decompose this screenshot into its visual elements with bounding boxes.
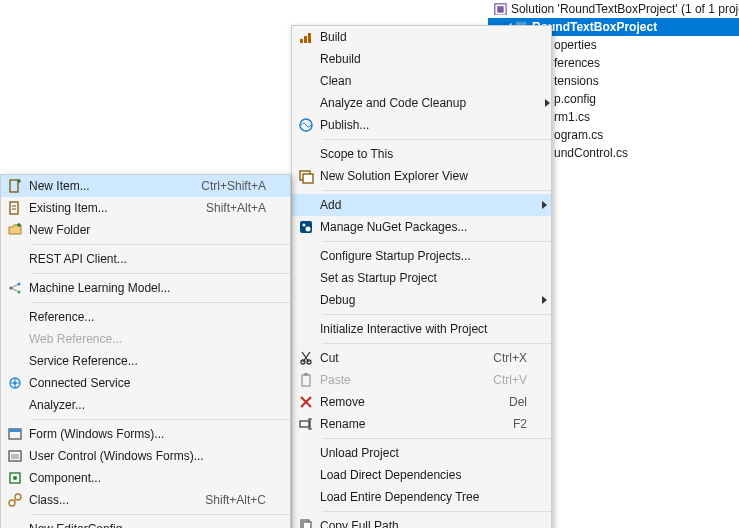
add-submenu-item[interactable]: New EditorConfig (1, 518, 290, 528)
context-menu-item[interactable]: New Solution Explorer View (292, 165, 551, 187)
context-menu-item[interactable]: Configure Startup Projects... (292, 245, 551, 267)
svg-point-11 (303, 224, 306, 227)
add-submenu-item[interactable]: Connected Service (1, 372, 290, 394)
ml-icon (1, 280, 29, 296)
menu-item-shortcut: Shift+Alt+C (205, 493, 276, 507)
solution-explorer-item-label: p.config (554, 92, 596, 106)
add-submenu-item[interactable]: Machine Learning Model... (1, 277, 290, 299)
add-submenu-item[interactable]: User Control (Windows Forms)... (1, 445, 290, 467)
menu-item-label: Paste (320, 373, 473, 387)
menu-item-label: Form (Windows Forms)... (29, 427, 212, 441)
menu-item-label: New Solution Explorer View (320, 169, 478, 183)
context-menu-item[interactable]: Build (292, 26, 551, 48)
add-submenu-item[interactable]: Component... (1, 467, 290, 489)
menu-item-shortcut: Ctrl+X (473, 351, 537, 365)
menu-item-label: Add (320, 198, 473, 212)
solution-explorer-item-label: rm1.cs (554, 110, 590, 124)
context-menu-item[interactable]: Set as Startup Project (292, 267, 551, 289)
context-menu-item[interactable]: Copy Full Path (292, 515, 551, 528)
context-menu-item[interactable]: Initialize Interactive with Project (292, 318, 551, 340)
add-submenu-item[interactable]: Service Reference... (1, 350, 290, 372)
solution-explorer-item-label: ferences (554, 56, 600, 70)
solution-explorer-item-label: ogram.cs (554, 128, 603, 142)
usercontrol-icon (1, 448, 29, 464)
svg-point-12 (306, 227, 311, 232)
menu-item-label: Existing Item... (29, 201, 206, 215)
context-menu-item[interactable]: Load Entire Dependency Tree (292, 486, 551, 508)
menu-separator (31, 514, 290, 515)
menu-item-shortcut: Del (473, 395, 537, 409)
class-icon (1, 492, 29, 508)
solution-node[interactable]: Solution 'RoundTextBoxProject' (1 of 1 p… (488, 0, 739, 18)
add-submenu: New Item...Ctrl+Shift+AExisting Item...S… (0, 174, 291, 528)
context-menu-item[interactable]: RemoveDel (292, 391, 551, 413)
svg-rect-6 (308, 33, 311, 43)
context-menu-item[interactable]: Scope to This (292, 143, 551, 165)
menu-separator (31, 419, 290, 420)
menu-separator (322, 190, 551, 191)
add-submenu-item[interactable]: REST API Client... (1, 248, 290, 270)
publish-icon (292, 117, 320, 133)
add-submenu-item[interactable]: New Folder (1, 219, 290, 241)
add-submenu-item[interactable]: Analyzer... (1, 394, 290, 416)
svg-point-34 (13, 476, 17, 480)
svg-rect-19 (303, 522, 311, 528)
context-menu-item: PasteCtrl+V (292, 369, 551, 391)
connected-icon (1, 375, 29, 391)
menu-item-label: New EditorConfig (29, 522, 212, 528)
svg-rect-30 (9, 429, 21, 432)
existing-item-icon (1, 200, 29, 216)
menu-item-label: Rebuild (320, 52, 473, 66)
solution-label: Solution 'RoundTextBoxProject' (1 of 1 p… (511, 2, 739, 16)
copy-path-icon (292, 518, 320, 528)
menu-item-label: Web Reference... (29, 332, 212, 346)
context-menu-item[interactable]: Analyze and Code Cleanup (292, 92, 551, 114)
svg-rect-5 (304, 36, 307, 43)
svg-rect-4 (300, 39, 303, 43)
menu-separator (322, 511, 551, 512)
menu-item-label: Clean (320, 74, 473, 88)
context-menu-item[interactable]: Clean (292, 70, 551, 92)
paste-icon (292, 372, 320, 388)
menu-separator (322, 438, 551, 439)
add-submenu-item[interactable]: Reference... (1, 306, 290, 328)
menu-item-label: Load Direct Dependencies (320, 468, 473, 482)
add-submenu-item[interactable]: Form (Windows Forms)... (1, 423, 290, 445)
menu-item-label: Cut (320, 351, 473, 365)
menu-item-label: Service Reference... (29, 354, 212, 368)
menu-item-label: Machine Learning Model... (29, 281, 212, 295)
context-menu-item[interactable]: RenameF2 (292, 413, 551, 435)
context-menu-item[interactable]: Debug (292, 289, 551, 311)
svg-rect-17 (300, 421, 309, 427)
svg-rect-23 (10, 202, 18, 214)
solution-explorer-item-label: undControl.cs (554, 146, 628, 160)
menu-item-label: Scope to This (320, 147, 473, 161)
menu-item-label: Class... (29, 493, 205, 507)
menu-item-label: Copy Full Path (320, 519, 473, 528)
add-submenu-item[interactable]: New Item...Ctrl+Shift+A (1, 175, 290, 197)
context-menu-item[interactable]: Publish... (292, 114, 551, 136)
menu-separator (31, 273, 290, 274)
component-icon (1, 470, 29, 486)
menu-item-label: Analyze and Code Cleanup (320, 96, 476, 110)
svg-rect-22 (10, 180, 18, 192)
solution-explorer-item-label: operties (554, 38, 597, 52)
menu-item-label: Manage NuGet Packages... (320, 220, 477, 234)
menu-item-label: Component... (29, 471, 212, 485)
menu-item-label: New Item... (29, 179, 201, 193)
context-menu-item[interactable]: CutCtrl+X (292, 347, 551, 369)
add-submenu-item[interactable]: Existing Item...Shift+Alt+A (1, 197, 290, 219)
context-menu-item[interactable]: Add (292, 194, 551, 216)
menu-item-label: Load Entire Dependency Tree (320, 490, 489, 504)
context-menu-item[interactable]: Manage NuGet Packages... (292, 216, 551, 238)
context-menu-item[interactable]: Unload Project (292, 442, 551, 464)
menu-item-label: Analyzer... (29, 398, 212, 412)
add-submenu-item: Web Reference... (1, 328, 290, 350)
menu-item-label: REST API Client... (29, 252, 212, 266)
menu-item-label: New Folder (29, 223, 212, 237)
menu-separator (322, 139, 551, 140)
context-menu-item[interactable]: Load Direct Dependencies (292, 464, 551, 486)
add-submenu-item[interactable]: Class...Shift+Alt+C (1, 489, 290, 511)
context-menu-item[interactable]: Rebuild (292, 48, 551, 70)
new-item-icon (1, 178, 29, 194)
